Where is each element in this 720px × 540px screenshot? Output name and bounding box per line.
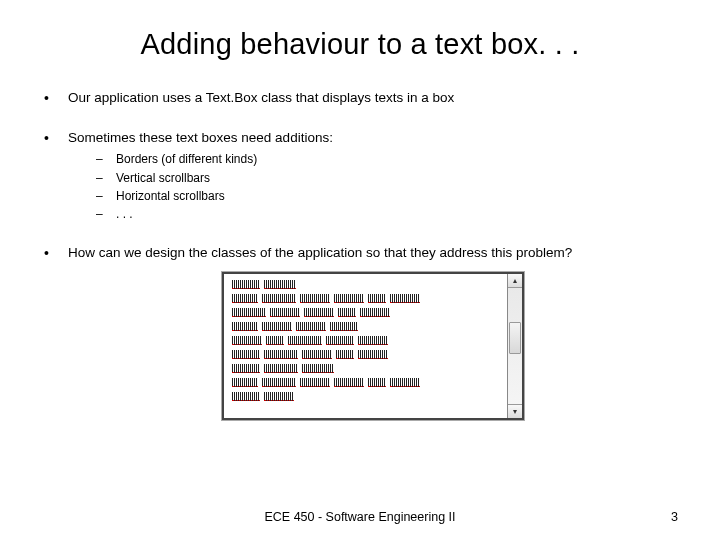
bullet-text: Our application uses a Text.Box class th… bbox=[68, 90, 454, 105]
sub-item: Vertical scrollbars bbox=[96, 170, 678, 186]
page-number: 3 bbox=[671, 510, 678, 524]
figure-container: ▴ ▾ bbox=[68, 272, 678, 420]
bullet-item: Our application uses a Text.Box class th… bbox=[42, 89, 678, 107]
scroll-up-button: ▴ bbox=[508, 274, 522, 288]
sub-text: . . . bbox=[116, 207, 133, 221]
scroll-track bbox=[508, 288, 522, 404]
bullet-item: Sometimes these text boxes need addition… bbox=[42, 129, 678, 222]
sub-text: Vertical scrollbars bbox=[116, 171, 210, 185]
bullet-list: Our application uses a Text.Box class th… bbox=[42, 89, 678, 420]
sub-text: Borders (of different kinds) bbox=[116, 152, 257, 166]
scroll-thumb bbox=[509, 322, 521, 354]
textbox-content-area bbox=[224, 274, 507, 418]
sub-item: Borders (of different kinds) bbox=[96, 151, 678, 167]
textbox-illustration: ▴ ▾ bbox=[222, 272, 524, 420]
bullet-text: Sometimes these text boxes need addition… bbox=[68, 130, 333, 145]
bullet-text: How can we design the classes of the app… bbox=[68, 245, 572, 260]
vertical-scrollbar: ▴ ▾ bbox=[507, 274, 522, 418]
slide: Adding behaviour to a text box. . . Our … bbox=[0, 0, 720, 540]
sub-item: . . . bbox=[96, 206, 678, 222]
slide-title: Adding behaviour to a text box. . . bbox=[42, 28, 678, 61]
bullet-item: How can we design the classes of the app… bbox=[42, 244, 678, 420]
footer-text: ECE 450 - Software Engineering II bbox=[0, 510, 720, 524]
sub-list: Borders (of different kinds) Vertical sc… bbox=[96, 151, 678, 222]
sub-text: Horizontal scrollbars bbox=[116, 189, 225, 203]
sub-item: Horizontal scrollbars bbox=[96, 188, 678, 204]
scroll-down-button: ▾ bbox=[508, 404, 522, 418]
